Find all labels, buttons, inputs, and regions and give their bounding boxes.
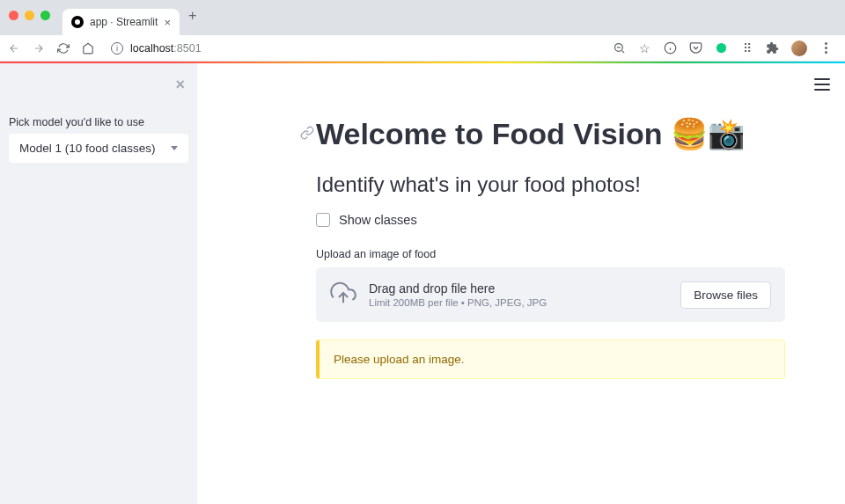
new-tab-button[interactable]: + bbox=[188, 8, 196, 24]
browser-toolbar: i localhost:8501 ☆ ⠿ bbox=[0, 35, 845, 62]
window-controls bbox=[0, 11, 59, 20]
browser-tab[interactable]: app · Streamlit × bbox=[62, 9, 180, 35]
window-close[interactable] bbox=[9, 11, 18, 20]
grid-dots-icon[interactable]: ⠿ bbox=[740, 41, 753, 55]
tab-title: app · Streamlit bbox=[90, 16, 158, 28]
model-selected-value: Model 1 (10 food classes) bbox=[19, 142, 156, 155]
model-select-label: Pick model you'd like to use bbox=[9, 116, 188, 128]
svg-point-2 bbox=[716, 43, 726, 53]
hamburger-menu-icon[interactable] bbox=[814, 78, 830, 91]
streamlit-favicon bbox=[71, 16, 84, 28]
nav-forward-icon bbox=[32, 42, 46, 55]
window-maximize[interactable] bbox=[40, 11, 50, 20]
pocket-icon[interactable] bbox=[689, 41, 702, 55]
url-host: localhost bbox=[130, 42, 173, 55]
heading-anchor-icon[interactable] bbox=[300, 122, 314, 145]
nav-back-icon[interactable] bbox=[7, 42, 21, 55]
upload-label: Upload an image of food bbox=[316, 248, 785, 260]
upload-title: Drag and drop file here bbox=[369, 281, 668, 296]
site-info-icon[interactable]: i bbox=[111, 42, 123, 55]
upload-text: Drag and drop file here Limit 200MB per … bbox=[369, 281, 668, 308]
window-minimize[interactable] bbox=[25, 11, 34, 20]
cloud-upload-icon bbox=[330, 280, 356, 310]
checkbox-icon bbox=[316, 213, 330, 227]
extension-icons: ☆ ⠿ bbox=[613, 40, 838, 56]
page-title: Welcome to Food Vision 🍔📸 bbox=[316, 116, 785, 151]
nav-reload-icon[interactable] bbox=[56, 42, 70, 55]
sidebar-close-icon[interactable]: × bbox=[175, 76, 185, 94]
profile-avatar[interactable] bbox=[791, 40, 807, 56]
sidebar: × Pick model you'd like to use Model 1 (… bbox=[0, 63, 197, 504]
url-port: :8501 bbox=[173, 42, 201, 55]
streamlit-app: × Pick model you'd like to use Model 1 (… bbox=[0, 63, 845, 504]
close-tab-icon[interactable]: × bbox=[164, 16, 171, 29]
file-uploader[interactable]: Drag and drop file here Limit 200MB per … bbox=[316, 267, 785, 322]
main-content: Welcome to Food Vision 🍔📸 Identify what'… bbox=[197, 63, 845, 504]
checkbox-label: Show classes bbox=[339, 213, 417, 227]
zoom-icon[interactable] bbox=[613, 41, 626, 55]
browse-files-button[interactable]: Browse files bbox=[680, 281, 771, 309]
puzzle-icon[interactable] bbox=[766, 41, 779, 55]
browser-menu-icon[interactable] bbox=[819, 41, 833, 55]
browser-tab-strip: app · Streamlit × + bbox=[0, 0, 845, 35]
upload-hint: Limit 200MB per file • PNG, JPEG, JPG bbox=[369, 297, 668, 308]
model-select[interactable]: Model 1 (10 food classes) bbox=[9, 134, 188, 163]
bookmark-star-icon[interactable]: ☆ bbox=[638, 41, 651, 55]
warning-message: Please upload an image. bbox=[316, 340, 785, 379]
info-circle-icon[interactable] bbox=[664, 41, 677, 55]
page-subtitle: Identify what's in your food photos! bbox=[316, 172, 785, 197]
chevron-down-icon bbox=[171, 146, 178, 150]
address-bar[interactable]: i localhost:8501 bbox=[106, 42, 602, 55]
title-text: Welcome to Food Vision 🍔📸 bbox=[316, 116, 745, 151]
nav-home-icon[interactable] bbox=[81, 42, 95, 55]
show-classes-checkbox[interactable]: Show classes bbox=[316, 213, 785, 227]
extension-dot-icon[interactable] bbox=[715, 41, 728, 55]
